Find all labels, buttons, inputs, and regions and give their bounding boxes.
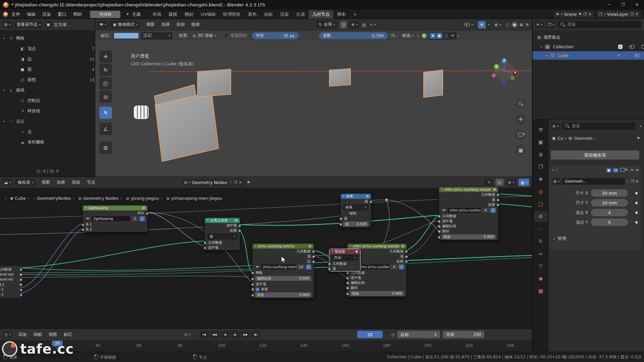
node-socket-row[interactable]: 级别 <box>347 285 407 290</box>
editor-type-button[interactable]: ≡▾ <box>535 21 544 28</box>
wall-object-b[interactable] <box>329 68 351 87</box>
manage-section[interactable]: ▸管理 <box>553 236 566 242</box>
shading-wireframe-icon[interactable]: ○ <box>506 22 509 27</box>
collection-checkbox[interactable]: ✓ <box>618 45 623 49</box>
viewlayer-selector[interactable]: ❐▾ ViewLayer ❐ ✕ <box>597 11 641 18</box>
shading-material-icon[interactable]: ◍ <box>520 22 523 27</box>
mode-box-icon[interactable]: ▢ <box>443 33 449 39</box>
axis-neg-z-dot[interactable] <box>502 81 506 85</box>
node-socket-row[interactable]: 相乘▾ <box>343 204 369 210</box>
animate-dot[interactable] <box>635 192 638 194</box>
more-dropdown-icon[interactable]: ▾ <box>417 34 419 37</box>
node-socket-row[interactable]: 选中项 <box>205 245 240 250</box>
select-box-dropdown[interactable]: 框选▾ <box>400 32 416 40</box>
node-socket-row[interactable]: 面▾ <box>207 234 237 239</box>
editor-type-button[interactable]: ⬒▾ <box>98 21 108 28</box>
unlink-icon[interactable]: ✕ <box>588 12 591 16</box>
tool-button[interactable]: ✛ <box>99 50 112 63</box>
field-value[interactable]: 4 <box>591 209 628 216</box>
toolbar-collapse-icon[interactable]: ‹ <box>96 102 97 107</box>
properties-tab[interactable]: □ <box>534 199 547 209</box>
pin-icon[interactable]: ⚑ <box>579 12 582 16</box>
node-socket-row[interactable]: Level-wai <box>0 272 21 277</box>
axis-z-dot[interactable]: Z <box>501 58 507 63</box>
node-socket-row[interactable]: 几何数据 <box>439 214 498 219</box>
collapse-icon[interactable]: ▾ <box>552 169 553 172</box>
node-socket-row[interactable]: 顶 <box>439 197 498 202</box>
outliner-row-collection[interactable]: ▾ ▤ Collection ✓ <box>533 43 644 51</box>
spreadsheet-row[interactable]: ▾ ↗ 样条线 0 <box>3 106 95 116</box>
properties-tab[interactable]: ◍ <box>534 186 547 197</box>
remove-icon[interactable]: ✕ <box>635 12 638 16</box>
spreadsheet-row[interactable]: ▾ ◨ 边 108 <box>3 54 95 64</box>
modifier-wrench-icon[interactable]: ⚙ <box>617 53 621 58</box>
menu-icon[interactable]: ≡ <box>636 168 639 172</box>
mode-tweak-icon[interactable]: ➤ <box>430 33 436 39</box>
axis-neg-y-dot[interactable] <box>511 76 515 80</box>
axis-gizmo[interactable]: Z X Y <box>490 57 519 85</box>
hide-eye-icon[interactable] <box>629 45 635 49</box>
viewport-menu-item[interactable]: 添加 <box>173 22 188 27</box>
node-group-name-field[interactable]: Geometr... <box>562 178 625 185</box>
spreadsheet-row[interactable]: ▾ ς 曲线 <box>3 85 89 96</box>
shading-solid-icon[interactable]: ● <box>512 22 518 28</box>
node-socket-row[interactable]: B-2 <box>0 292 21 297</box>
breadcrumb-object[interactable]: Cu <box>557 136 563 141</box>
workspace-tab[interactable]: UV编辑 <box>197 10 219 19</box>
workspace-tab[interactable]: 几何节点 <box>309 10 333 19</box>
properties-tab[interactable]: ≣ <box>534 149 547 160</box>
node-socket-row[interactable]: 网格 <box>253 270 314 275</box>
gizmo-toggle[interactable]: ✛ <box>478 21 485 28</box>
field-value[interactable]: 20 mm <box>591 189 628 197</box>
spreadsheet-row[interactable]: ▾ ▽ 网格 <box>3 33 89 44</box>
hide-eye-icon[interactable] <box>634 54 640 57</box>
maximize-button[interactable]: ❐ <box>616 2 630 7</box>
menu-item[interactable]: 窗口 <box>54 11 70 17</box>
proportional-edit-icon[interactable]: ◎ <box>362 22 366 27</box>
node-socket-row[interactable]: B-2 <box>83 227 147 232</box>
timeline-menu-item[interactable]: 标记 <box>60 332 75 338</box>
toggle-editmode-icon[interactable]: ▣ <box>606 168 611 172</box>
node-socket-row[interactable]: 偏移比例0.000 <box>255 276 311 281</box>
spreadsheet-row[interactable]: ▾ ☁ 体积栅格 0 <box>3 137 95 147</box>
close-modifier-icon[interactable]: ✕ <box>631 168 634 172</box>
workspace-tab[interactable]: 布局 <box>149 10 165 19</box>
unlink-icon[interactable]: ✕ <box>636 179 639 184</box>
timeline-menu-item[interactable]: 插帧 <box>30 332 45 338</box>
workspace-tab[interactable]: + <box>350 10 361 18</box>
node-socket-row[interactable]: B-1 <box>83 222 147 227</box>
timeline-editor[interactable]: ◷▾ 回放插帧视图标记 ⊙▾ |◀◀◀◀▶▶▶▶| 20 ◷ 起始1 结束250… <box>0 329 532 352</box>
node-socket-row[interactable]: 值0.500 <box>343 222 369 227</box>
stabilize-checkbox[interactable]: 笔画防抖 <box>224 33 247 39</box>
close-button[interactable]: ✕ <box>630 2 644 7</box>
object-label[interactable]: Cube <box>557 53 568 58</box>
collection-label[interactable]: Collection <box>553 44 574 49</box>
scene-collection-label[interactable]: 场景集合 <box>543 35 560 40</box>
tool-button[interactable]: ⊞ <box>99 141 112 154</box>
tool-button[interactable]: ◰ <box>99 77 112 89</box>
node-jichu-suofang-neicha[interactable]: jichu-suofang-neicha 几何数据顶边jichu-suofang… <box>252 243 314 298</box>
snap-settings-dropdown[interactable]: ⊕▾ <box>350 21 359 28</box>
axis-y-dot[interactable]: Y <box>494 64 499 69</box>
workspace-tab[interactable]: 脚本 <box>333 10 350 19</box>
node-socket-row[interactable]: 布尔 <box>83 210 147 216</box>
spreadsheet-row[interactable]: ▾ ◰ 面拐 180 <box>3 75 95 85</box>
node-socket-row[interactable]: Level-nei <box>0 277 21 282</box>
workspace-tab[interactable]: 着色 <box>244 10 260 19</box>
outliner-row-cube[interactable]: ▸ ▽ Cube ⚙ ∴ <box>533 51 644 60</box>
blender-menu-icon[interactable] <box>3 12 8 17</box>
node-socket-row[interactable]: jichu-suofang-neicha14 <box>255 264 311 269</box>
animate-dot[interactable] <box>635 221 638 224</box>
keying-set-button[interactable]: ⊙▾ <box>182 331 193 338</box>
camera-view-button[interactable] <box>515 129 526 140</box>
playback-button[interactable]: ▶ <box>231 331 240 338</box>
node-separate-geometry[interactable]: 分离几何体 选中项反相面▾几何数据选中项 <box>205 218 240 250</box>
node-socket-row[interactable]: 选中项 <box>347 275 407 280</box>
node-2gefaxaing[interactable]: 2gefaxaing 布尔2gefaxaing2B-1B-2 <box>83 205 148 232</box>
fake-user-shield-icon[interactable]: ♡ <box>626 179 630 184</box>
toggle-realtime-icon[interactable]: ▢ <box>613 168 618 172</box>
tool-button[interactable]: ↻ <box>99 64 112 76</box>
node-socket-row[interactable]: 反相 <box>205 228 240 233</box>
select-mode-dropdown-icon[interactable]: ▾ <box>458 34 459 37</box>
expand-icon[interactable]: ▸ <box>546 54 547 57</box>
